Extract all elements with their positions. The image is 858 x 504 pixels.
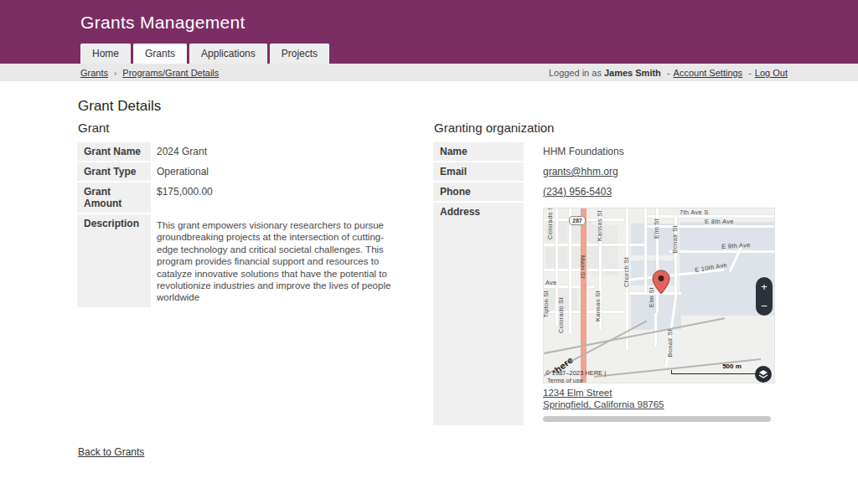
grant-amount-value: $175,000.00 <box>157 183 402 213</box>
map-street-line <box>669 250 775 253</box>
map-terms-link[interactable]: Terms of use <box>547 377 583 383</box>
tab-home[interactable]: Home <box>80 44 131 64</box>
map-street-label: E 9th Ave <box>721 241 751 250</box>
grant-heading: Grant <box>78 121 402 135</box>
org-phone-label: Phone <box>433 183 524 201</box>
grant-description-label: Description <box>77 214 151 307</box>
back-to-grants-link[interactable]: Back to Grants <box>78 446 144 458</box>
main-content: Grant Details Grant Grant Name 2024 Gran… <box>0 81 858 458</box>
tab-grants[interactable]: Grants <box>133 44 187 64</box>
zoom-in-button[interactable]: + <box>756 277 773 296</box>
map-scale-label: 500 m <box>705 363 759 370</box>
org-name-row: Name HHM Foundations <box>433 142 779 161</box>
map-street-label: Tipton St <box>543 291 550 317</box>
org-name-value: HHM Foundations <box>543 142 779 161</box>
session-username: James Smith <box>604 68 661 78</box>
session-prefix: Logged in as <box>549 68 602 78</box>
grant-amount-row: Grant Amount $175,000.00 <box>77 183 402 213</box>
horizontal-scrollbar[interactable] <box>543 416 771 422</box>
map-zoom-control: + − <box>756 277 773 316</box>
grant-name-row: Grant Name 2024 Grant <box>77 142 402 161</box>
breadcrumb-separator: › <box>114 69 116 78</box>
map-street-label: Kansas St <box>594 291 602 321</box>
grant-type-row: Grant Type Operational <box>77 162 402 181</box>
map-street-line <box>644 225 775 228</box>
breadcrumb-link-current[interactable]: Programs/Grant Details <box>122 68 219 78</box>
map-street-label: Bonair St <box>671 225 679 254</box>
org-phone-row: Phone (234) 956-5403 <box>433 183 779 201</box>
tab-applications[interactable]: Applications <box>189 44 267 64</box>
breadcrumb: Grants›Programs/Grant Details <box>80 68 219 78</box>
map-street-line <box>569 208 571 334</box>
org-email-row: Email grants@hhm.org <box>433 162 779 181</box>
map-street-label: 7th Ave S <box>680 208 709 216</box>
topbar: Grants›Programs/Grant Details Logged in … <box>0 64 858 81</box>
address-line2-link[interactable]: Springfield, California 98765 <box>543 399 664 410</box>
map-street-label: Colorado St <box>546 208 554 239</box>
map-street-label: Main St <box>579 255 587 279</box>
org-name-label: Name <box>433 142 524 161</box>
map-main-street-road <box>581 208 587 383</box>
session-info: Logged in as James Smith -Account Settin… <box>549 68 788 78</box>
logout-link[interactable]: Log Out <box>755 68 788 78</box>
highway-shield-287: 287 <box>569 216 586 225</box>
map-street-label: Church St <box>623 257 630 287</box>
org-email-label: Email <box>433 162 524 181</box>
address-line1-link[interactable]: 1234 Elm Street <box>543 387 612 399</box>
map-street-label: Bonair St <box>666 329 674 357</box>
app-title: Grants Management <box>0 0 858 33</box>
tab-projects[interactable]: Projects <box>270 44 329 64</box>
organization-heading: Granting organization <box>434 121 779 135</box>
map-attribution: © 1987–2023 HERE | <box>545 369 606 377</box>
grant-name-label: Grant Name <box>77 142 151 161</box>
organization-section: Granting organization Name HHM Foundatio… <box>433 121 779 427</box>
map-canvas[interactable]: 7th Ave SE 8th AveE 9th AveE 10th AveAve… <box>543 208 775 383</box>
app-header: Grants Management Home Grants Applicatio… <box>0 0 858 64</box>
map-street-line <box>644 208 647 292</box>
main-nav: Home Grants Applications Projects <box>80 44 332 64</box>
grant-name-value: 2024 Grant <box>157 142 402 161</box>
grant-type-label: Grant Type <box>77 162 151 181</box>
grant-description-row: Description This grant empowers visionar… <box>77 214 402 307</box>
map-street-label: Ave <box>545 279 557 286</box>
breadcrumb-link-grants[interactable]: Grants <box>80 68 108 78</box>
zoom-out-button[interactable]: − <box>756 296 773 316</box>
page-title: Grant Details <box>78 98 858 115</box>
account-settings-link[interactable]: Account Settings <box>674 68 743 78</box>
grant-description-value: This grant empowers visionary researcher… <box>157 214 402 307</box>
grant-amount-label: Grant Amount <box>77 183 151 213</box>
org-address-row: Address <box>433 203 779 425</box>
location-pin-icon <box>652 270 670 295</box>
separator: - <box>748 68 752 78</box>
map-street-label: Kansas St <box>596 210 603 241</box>
layers-icon <box>758 369 768 379</box>
map-street-line <box>544 244 644 246</box>
grant-type-value: Operational <box>157 162 402 181</box>
map-street-label: Elm St <box>653 219 660 239</box>
grant-section: Grant Grant Name 2024 Grant Grant Type O… <box>77 121 402 427</box>
map-scale-bar: 500 m <box>671 363 759 374</box>
org-address-label: Address <box>433 203 524 425</box>
separator: - <box>667 68 670 78</box>
org-email-link[interactable]: grants@hhm.org <box>543 166 618 177</box>
org-phone-link[interactable]: (234) 956-5403 <box>543 186 612 198</box>
map-scale-line <box>671 370 759 374</box>
map-street-label: Colorado St <box>557 297 565 333</box>
map-street-label: E 8th Ave <box>705 218 734 225</box>
